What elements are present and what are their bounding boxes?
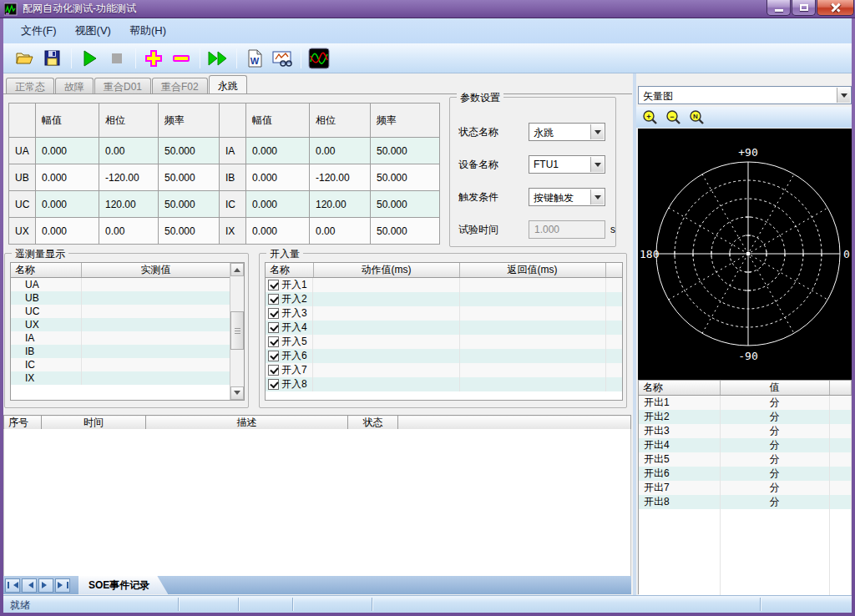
output-value: 分 <box>720 424 829 438</box>
menu-help[interactable]: 帮助(H) <box>120 20 175 42</box>
inputs-group-title: 开入量 <box>266 247 303 261</box>
waveform-monitor-button[interactable] <box>307 47 330 69</box>
cell-ib-amp[interactable]: 0.000 <box>246 164 310 191</box>
tab-normal[interactable]: 正常态 <box>6 78 54 93</box>
nav-first-button[interactable] <box>5 578 20 593</box>
cell-ia-freq[interactable]: 50.000 <box>371 138 440 164</box>
scroll-up-icon[interactable] <box>230 263 244 276</box>
cell-ic-freq[interactable]: 50.000 <box>371 191 440 218</box>
cell-ux-amp[interactable]: 0.000 <box>36 218 99 245</box>
cell-ub-phase[interactable]: -120.00 <box>99 164 159 191</box>
input-checkbox[interactable] <box>268 322 279 333</box>
add-button[interactable] <box>142 47 164 69</box>
tab-reclose-f02[interactable]: 重合F02 <box>152 78 208 93</box>
polar-label-bottom: -90 <box>738 350 757 362</box>
view-type-select[interactable]: 矢量图 <box>638 86 852 104</box>
cell-ix-amp[interactable]: 0.000 <box>246 218 310 245</box>
col-amplitude: 幅值 <box>36 104 99 138</box>
wave-preview-button[interactable] <box>271 47 293 69</box>
cell-ux-freq[interactable]: 50.000 <box>159 218 222 245</box>
zoom-out-button[interactable]: − <box>665 109 683 127</box>
zoom-in-button[interactable]: + <box>641 109 660 127</box>
window-title: 配网自动化测试-功能测试 <box>23 2 136 16</box>
input-row: 开入5 <box>266 335 622 349</box>
nav-previous-button[interactable] <box>22 578 37 593</box>
cell-uc-freq[interactable]: 50.000 <box>159 191 222 218</box>
chevron-down-icon[interactable] <box>590 124 604 139</box>
menu-view[interactable]: 视图(V) <box>66 20 120 42</box>
cell-uc-amp[interactable]: 0.000 <box>36 191 99 218</box>
tab-fault[interactable]: 故障 <box>55 78 94 93</box>
cell-ub-amp[interactable]: 0.000 <box>36 164 99 191</box>
svg-text:+: + <box>646 112 650 120</box>
input-checkbox[interactable] <box>268 336 279 347</box>
app-window: 配网自动化测试-功能测试 文件(F) 视图(V) 帮助(H) <box>0 0 855 616</box>
chevron-down-icon[interactable] <box>590 157 604 172</box>
cell-ib-phase[interactable]: -120.00 <box>310 164 371 191</box>
cell-ia-amp[interactable]: 0.000 <box>246 138 310 164</box>
output-value: 分 <box>720 452 829 467</box>
input-row: 开入4 <box>266 321 622 335</box>
output-value: 分 <box>720 410 829 424</box>
event-list-body[interactable] <box>3 429 631 576</box>
chevron-down-icon[interactable] <box>837 88 850 103</box>
input-checkbox[interactable] <box>268 308 279 319</box>
cell-ux-phase[interactable]: 0.00 <box>99 218 159 245</box>
telemetry-row: IB <box>11 345 230 358</box>
minimize-button[interactable] <box>766 0 791 16</box>
save-button[interactable] <box>41 47 63 69</box>
cell-ic-phase[interactable]: 120.00 <box>310 191 371 218</box>
input-checkbox[interactable] <box>268 351 279 361</box>
close-button[interactable] <box>817 0 854 16</box>
trigger-condition-select[interactable]: 按键触发 <box>529 188 605 206</box>
cell-ib-freq[interactable]: 50.000 <box>371 164 440 191</box>
maximize-button[interactable] <box>792 0 816 16</box>
nav-next-button[interactable] <box>38 578 53 593</box>
output-empty-row <box>639 509 851 523</box>
svg-text:N: N <box>693 113 698 120</box>
cell-ua-amp[interactable]: 0.000 <box>36 138 99 164</box>
menu-file[interactable]: 文件(F) <box>12 20 66 42</box>
polar-label-top: +90 <box>738 146 757 159</box>
input-checkbox[interactable] <box>268 280 279 290</box>
client-area: 正常态 故障 重合D01 重合F02 永跳 幅值 相位 频率 UA 0.000 … <box>3 73 852 595</box>
word-report-button[interactable]: W <box>243 47 266 69</box>
stop-button[interactable] <box>105 47 128 69</box>
cell-ua-phase[interactable]: 0.00 <box>99 138 159 164</box>
cell-ub-freq[interactable]: 50.000 <box>159 164 222 191</box>
telemetry-scrollbar[interactable] <box>230 263 244 400</box>
tab-reclose-d01[interactable]: 重合D01 <box>94 78 151 93</box>
cell-ix-phase[interactable]: 0.00 <box>310 218 371 245</box>
cell-ix-freq[interactable]: 50.000 <box>371 218 440 245</box>
nav-last-button[interactable] <box>55 578 70 593</box>
cell-uc-phase[interactable]: 120.00 <box>99 191 159 218</box>
device-name-select[interactable]: FTU1 <box>529 155 605 174</box>
digital-outputs-table: 名称 值 开出1分 开出2分 开出3分 开出4分 开出5分 开出6分 开出7分 … <box>639 381 852 603</box>
vector-polar-plot[interactable]: +90 -90 180 0 <box>638 129 852 380</box>
open-button[interactable] <box>13 47 36 69</box>
cell-ia-phase[interactable]: 0.00 <box>310 138 371 164</box>
run-button[interactable] <box>78 47 100 69</box>
soe-event-tab[interactable]: SOE事件记录 <box>78 576 168 594</box>
tab-permanent-trip[interactable]: 永跳 <box>209 75 247 93</box>
test-time-input[interactable]: 1.000 <box>529 220 605 239</box>
scrollbar-thumb[interactable] <box>230 311 244 350</box>
zoom-reset-button[interactable]: N <box>688 109 706 127</box>
remove-button[interactable] <box>169 47 192 69</box>
cell-ic-amp[interactable]: 0.000 <box>246 191 310 218</box>
input-checkbox[interactable] <box>268 365 279 376</box>
chevron-down-icon[interactable] <box>590 189 604 204</box>
cell-ua-freq[interactable]: 50.000 <box>159 138 222 164</box>
fast-forward-button[interactable] <box>206 47 229 69</box>
input-checkbox[interactable] <box>268 294 279 305</box>
state-name-select[interactable]: 永跳 <box>529 123 605 141</box>
input-checkbox[interactable] <box>268 379 279 390</box>
voltage-table: 幅值 相位 频率 UA 0.000 0.00 50.000 UB 0.000 -… <box>8 103 222 245</box>
param-settings-group: 参数设置 状态名称 永跳 设备名称 FTU1 触发条件 <box>449 97 616 247</box>
title-bar[interactable]: 配网自动化测试-功能测试 <box>0 0 855 18</box>
telemetry-row: UX <box>11 318 230 331</box>
scroll-down-icon[interactable] <box>230 386 244 400</box>
minimize-icon <box>775 9 783 12</box>
output-empty-row <box>639 563 851 576</box>
word-glyph: W <box>250 56 259 66</box>
